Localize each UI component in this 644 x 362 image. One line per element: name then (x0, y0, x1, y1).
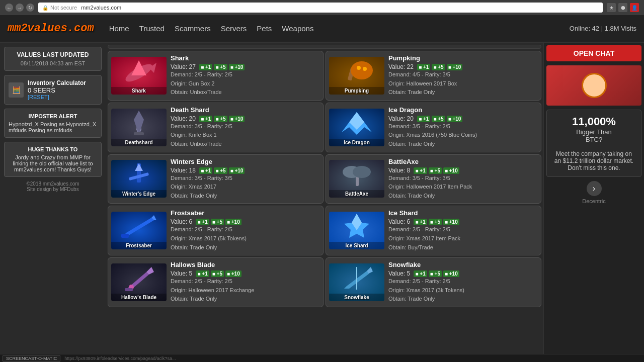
weapon-value: Value: 27 ■ +1■ +5■ +10 (171, 63, 320, 70)
weapon-card[interactable]: Winter's Edge Winters Edge Value: 18 ■ +… (108, 154, 324, 204)
value-icon: ■ +1 (414, 219, 427, 225)
main-layout: VALUES LAST UPDATED 08/11/2018 04:33 am … (0, 43, 644, 354)
weapon-detail: Demand: 3/5 - Rarity: 3/5 Origin: Hallow… (388, 174, 538, 201)
weapon-image: Hallow's Blade (111, 263, 167, 301)
weapon-info: Pumpking Value: 22 ■ +1■ +5■ +10 Demand:… (388, 54, 538, 97)
extension-icon[interactable]: ⬢ (618, 3, 627, 12)
imposter-alert-box: IMPOSTER ALERT Hypnotzd_X Posing as Hypn… (4, 109, 102, 138)
weapon-name-label: Shark (111, 87, 167, 95)
inventory-calculator[interactable]: 🧮 Inventory Calculator 0 SEERS [RESET] (4, 75, 102, 105)
weapon-card[interactable]: Ice Dragon Ice Dragon Value: 20 ■ +1■ +5… (326, 103, 541, 152)
ad-image (546, 65, 641, 106)
ad-next-button[interactable]: › (587, 181, 602, 196)
thanks-title: HUGE THANKS TO (9, 146, 97, 152)
weapon-info: Snowflake Value: 5 ■ +1■ +5■ +10 Demand:… (388, 261, 538, 304)
weapon-info: Ice Shard Value: 6 ■ +1■ +5■ +10 Demand:… (388, 209, 538, 252)
navbar: mm2values.com Home Trusted Scammers Serv… (0, 15, 644, 43)
weapon-card[interactable]: Shark Shark Value: 27 ■ +1■ +5■ +10 Dema… (108, 51, 324, 101)
weapon-detail: Demand: 2/5 - Rarity: 2/5 Origin: Gun Bo… (171, 70, 320, 97)
weapon-title: Pumpking (388, 54, 538, 62)
value-icons: ■ +1■ +5■ +10 (199, 116, 245, 122)
value-icon: ■ +10 (443, 167, 459, 174)
weapon-title: BattleAxe (388, 158, 538, 165)
value-icon: ■ +5 (211, 219, 224, 225)
svg-rect-26 (125, 288, 133, 291)
imposter-alert-title: IMPOSTER ALERT (9, 113, 97, 119)
value-icon: ■ +5 (211, 270, 224, 277)
bookmark-icon[interactable]: ★ (607, 3, 616, 12)
weapon-detail: Demand: 2/5 - Rarity: 2/5 Origin: Hallow… (171, 277, 320, 304)
value-icon: ■ +10 (225, 270, 242, 277)
weapon-image: Pumpking (329, 57, 384, 95)
value-icons: ■ +1■ +5■ +10 (417, 116, 462, 122)
value-icon: ■ +1 (199, 64, 212, 70)
nav-scammers[interactable]: Scammers (175, 24, 211, 33)
screencast-badge: SCREENCAST-O-MATIC (3, 355, 60, 362)
ad-bigger-than: Bigger Than (552, 128, 636, 136)
value-icon: ■ +10 (447, 116, 463, 122)
value-icon: ■ +10 (229, 116, 245, 122)
value-icon: ■ +1 (199, 167, 212, 174)
svg-point-17 (353, 166, 371, 178)
value-icon: ■ +5 (429, 270, 442, 277)
nav-home[interactable]: Home (109, 24, 129, 33)
nav-servers[interactable]: Servers (221, 24, 247, 33)
weapon-image: Frostsaber (111, 212, 167, 249)
value-icon: ■ +10 (225, 219, 242, 225)
values-updated-box: VALUES LAST UPDATED 08/11/2018 04:33 am … (4, 47, 102, 71)
ad-sidebar: OPEN CHAT 11,000% Bigger Than BTC? Meet … (543, 43, 644, 354)
open-chat-button[interactable]: OPEN CHAT (546, 45, 641, 61)
value-icon: ■ +1 (414, 270, 427, 277)
weapon-card[interactable]: Ice Shard Ice Shard Value: 6 ■ +1■ +5■ +… (326, 206, 541, 255)
weapon-title: Snowflake (388, 261, 538, 268)
weapon-name-label: Hallow's Blade (111, 294, 167, 301)
reset-button[interactable]: [RESET] (28, 94, 86, 100)
weapon-card[interactable]: Hallow's Blade Hallows Blade Value: 5 ■ … (108, 257, 324, 307)
weapon-card[interactable]: Pumpking Pumpking Value: 22 ■ +1■ +5■ +1… (326, 51, 541, 101)
ad-big-text: 11,000% (552, 115, 636, 128)
weapon-info: Hallows Blade Value: 5 ■ +1■ +5■ +10 Dem… (171, 261, 320, 304)
nav-trusted[interactable]: Trusted (139, 24, 165, 33)
weapon-detail: Demand: 3/5 - Rarity: 3/5 Origin: Xmas 2… (171, 174, 320, 201)
weapon-card[interactable]: BattleAxe BattleAxe Value: 8 ■ +1■ +5■ +… (326, 154, 541, 204)
value-icons: ■ +1■ +5■ +10 (199, 64, 245, 70)
forward-button[interactable]: → (16, 4, 24, 12)
online-info: Online: 42 | 1.8M Visits (570, 25, 636, 32)
weapon-card[interactable]: Deathshard Death Shard Value: 20 ■ +1■ +… (108, 103, 324, 152)
weapon-title: Death Shard (171, 106, 320, 114)
weapon-value: Value: 6 ■ +1■ +5■ +10 (388, 218, 538, 225)
weapon-image: BattleAxe (329, 160, 384, 198)
site-logo: mm2values.com (8, 22, 94, 35)
back-button[interactable]: ← (5, 4, 13, 12)
address-bar[interactable]: 🔒 Not secure mm2values.com (38, 3, 603, 13)
weapon-title: Shark (171, 54, 320, 62)
sidebar: VALUES LAST UPDATED 08/11/2018 04:33 am … (0, 43, 106, 354)
value-icon: ■ +10 (447, 64, 463, 70)
refresh-button[interactable]: ↻ (26, 4, 34, 12)
weapon-value: Value: 5 ■ +1■ +5■ +10 (171, 270, 320, 277)
svg-marker-14 (135, 163, 143, 171)
browser-nav-buttons: ← → ↻ (5, 4, 34, 12)
nav-pets[interactable]: Pets (257, 24, 272, 33)
account-icon[interactable]: 👤 (630, 3, 639, 12)
weapon-image: Shark (111, 57, 167, 95)
value-icon: ■ +10 (229, 64, 245, 70)
value-icon: ■ +5 (432, 116, 445, 122)
weapon-card[interactable]: Snowflake Snowflake Value: 5 ■ +1■ +5■ +… (326, 257, 541, 307)
thanks-text: Jordy and Crazy from MMP for linking the… (9, 154, 97, 172)
nav-weapons[interactable]: Weapons (282, 24, 313, 33)
weapon-info: Ice Dragon Value: 20 ■ +1■ +5■ +10 Deman… (388, 106, 538, 149)
calculator-text: Inventory Calculator 0 SEERS [RESET] (28, 79, 86, 100)
svg-point-4 (351, 61, 373, 79)
weapon-detail: Demand: 3/5 - Rarity: 2/5 Origin: Xmas 2… (388, 122, 538, 149)
value-icon: ■ +5 (214, 116, 227, 122)
weapon-image: Winter's Edge (111, 160, 167, 198)
value-icon: ■ +5 (214, 167, 227, 174)
ad-text-box: 11,000% Bigger Than BTC? Meet the compan… (546, 110, 641, 177)
status-url: https://px93809.infoleadservices.com/pag… (64, 356, 176, 361)
seers-count: 0 SEERS (28, 86, 86, 94)
value-icons: ■ +1■ +5■ +10 (196, 219, 241, 225)
weapon-image: Snowflake (329, 263, 384, 301)
weapon-name-label: Ice Dragon (329, 139, 384, 146)
weapon-card[interactable]: Frostsaber Frostsaber Value: 6 ■ +1■ +5■… (108, 206, 324, 255)
